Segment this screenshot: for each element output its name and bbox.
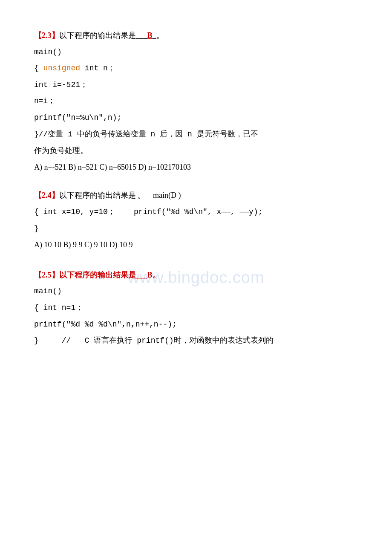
section-label-2-4: 【2.4】 <box>34 191 59 199</box>
code-line-printf-2-3: printf("n=%u\n",n); <box>34 111 358 124</box>
code-line-main: main() <box>34 46 358 59</box>
section-2-3-answer: B <box>147 31 153 40</box>
section-label-2-3: 【2.3】 <box>34 31 59 40</box>
code-line-int-i: int i=-521； <box>34 78 358 92</box>
code-line-2-5-open: { int n=1； <box>34 301 358 315</box>
section-2-3: 【2.3】以下程序的输出结果是___B_。 main() { unsigned … <box>34 29 358 173</box>
section-2-5-question: 以下程序的输出结果是___B。 <box>59 271 160 279</box>
code-line-2-5-main: main() <box>34 285 358 298</box>
section-2-5-title: 【2.5】以下程序的输出结果是___B。 <box>34 269 358 282</box>
code-line-2-4-body: { int x=10, y=10； printf("%d %d\n", x——,… <box>34 205 358 219</box>
code-line-2-4-close: } <box>34 222 358 235</box>
section-2-5: 【2.5】以下程序的输出结果是___B。 main() { int n=1； p… <box>34 269 358 347</box>
code-line-n-equals-i: n=i； <box>34 95 358 108</box>
section-2-4: 【2.4】以下程序的输出结果是 。 main(D ) { int x=10, y… <box>34 189 358 251</box>
section-2-4-choices: A) 10 10 B) 9 9 C) 9 10 D) 10 9 <box>34 238 358 251</box>
section-2-3-end: _。 <box>153 31 164 40</box>
keyword-unsigned: unsigned <box>43 64 80 72</box>
code-line-2-5-comment: } // C 语言在执行 printf()时，对函数中的表达式表列的 <box>34 334 358 347</box>
section-2-3-title: 【2.3】以下程序的输出结果是___B_。 <box>34 29 358 42</box>
code-line-2-5-printf: printf("%d %d %d\n",n,n++,n--); <box>34 318 358 331</box>
code-line-comment-1: }//变量 i 中的负号传送给变量 n 后，因 n 是无符号数，已不 <box>34 128 358 141</box>
section-2-3-choices: A) n=-521 B) n=521 C) n=65015 D) n=10217… <box>34 161 358 174</box>
section-2-3-question: 以下程序的输出结果是___ <box>59 31 147 40</box>
section-label-2-5: 【2.5】 <box>34 271 59 279</box>
section-2-4-question: 以下程序的输出结果是 。 main(D ) <box>59 191 181 199</box>
code-line-open-brace: { unsigned int n； <box>34 62 358 75</box>
code-line-comment-2: 作为负号处理。 <box>34 144 358 157</box>
section-2-4-title: 【2.4】以下程序的输出结果是 。 main(D ) <box>34 189 358 202</box>
